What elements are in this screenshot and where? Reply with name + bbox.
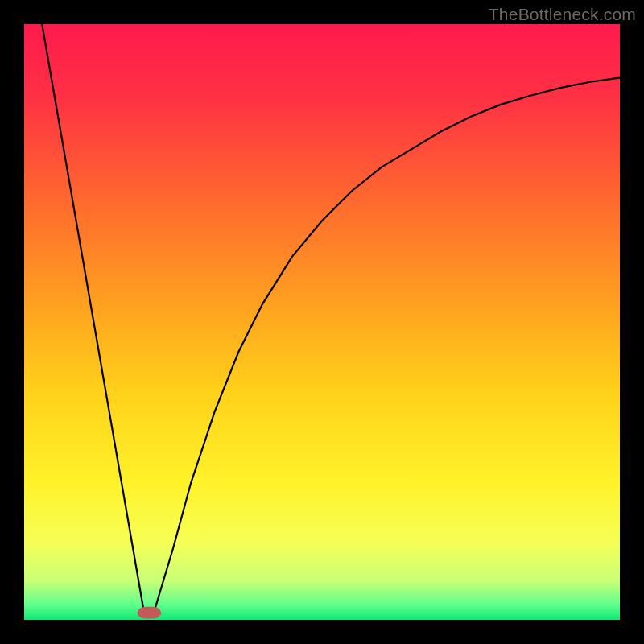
- chart-svg: [24, 24, 620, 620]
- bottleneck-marker: [138, 607, 162, 619]
- plot-area: [24, 24, 620, 620]
- watermark-text: TheBottleneck.com: [489, 5, 636, 24]
- chart-frame: TheBottleneck.com: [0, 0, 644, 644]
- gradient-background: [24, 24, 620, 620]
